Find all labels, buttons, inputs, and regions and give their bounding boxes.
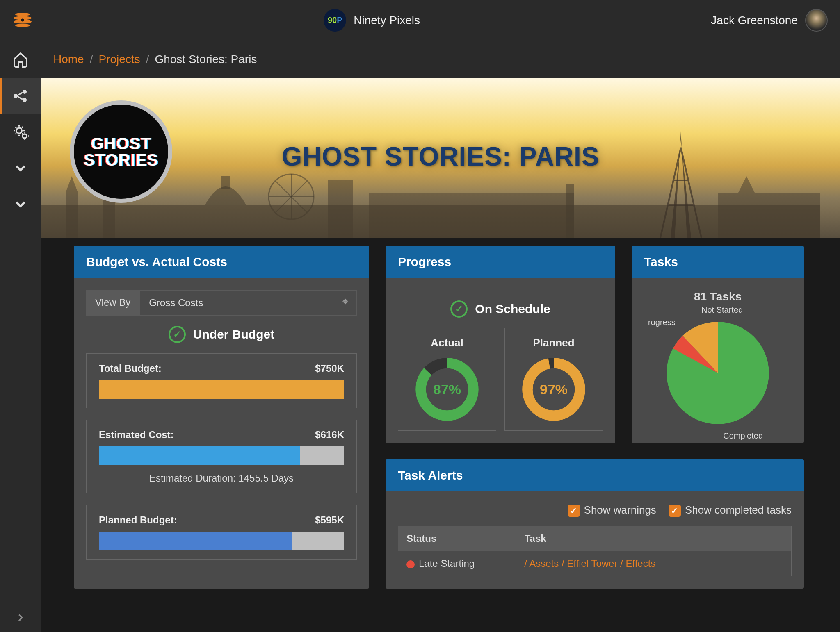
budget-panel: Budget vs. Actual Costs View By Gross Co…	[74, 246, 369, 589]
svg-line-8	[18, 93, 23, 95]
row-task[interactable]: / Assets / Effiel Tower / Effects	[516, 551, 791, 576]
progress-panel: Progress ✓ On Schedule Actual	[386, 246, 615, 443]
view-by-select[interactable]: Gross Costs	[139, 290, 357, 316]
estimated-duration: Estimated Duration: 1455.5 Days	[99, 473, 344, 484]
estimated-cost-value: $616K	[315, 429, 344, 441]
budget-status-text: Under Budget	[193, 327, 274, 341]
show-completed-toggle[interactable]: ✓Show completed tasks	[669, 504, 792, 517]
actual-donut: 87%	[414, 357, 480, 422]
svg-point-11	[23, 134, 27, 138]
svg-rect-25	[566, 184, 574, 238]
sidebar-toggle[interactable]	[0, 612, 41, 624]
svg-rect-23	[328, 180, 353, 238]
breadcrumb: Home / Projects / Ghost Stories: Paris	[41, 41, 840, 78]
avatar[interactable]	[805, 9, 828, 32]
header-right: Jack Greenstone	[711, 9, 828, 32]
row-status: Late Starting	[419, 558, 475, 569]
svg-point-0	[15, 13, 30, 16]
tasks-panel: Tasks 81 Tasks Not Started rog	[632, 246, 804, 443]
project-badge: GHOSTSTORIES	[70, 100, 172, 203]
svg-point-3	[15, 24, 30, 27]
view-by-control: View By Gross Costs	[86, 290, 357, 316]
task-alerts-panel: Task Alerts ✓Show warnings ✓Show complet…	[386, 459, 804, 589]
col-task[interactable]: Task	[516, 526, 791, 551]
dashboard-grid: Budget vs. Actual Costs View By Gross Co…	[41, 238, 840, 597]
planned-donut: 97%	[521, 357, 587, 422]
planned-budget-value: $595K	[315, 514, 344, 526]
status-dot-icon	[406, 560, 415, 568]
svg-rect-21	[103, 197, 115, 238]
planned-budget-bar	[99, 532, 344, 550]
svg-rect-19	[66, 193, 78, 238]
org-code-left: 90	[328, 16, 337, 25]
actual-progress-box: Actual 87%	[398, 328, 496, 431]
check-circle-icon: ✓	[450, 300, 468, 318]
total-budget-bar	[99, 380, 344, 399]
progress-status-text: On Schedule	[475, 302, 550, 316]
progress-status: ✓ On Schedule	[398, 300, 603, 318]
check-circle-icon: ✓	[169, 326, 186, 343]
breadcrumb-home[interactable]: Home	[53, 53, 84, 66]
header-center: 90P Ninety Pixels	[33, 9, 711, 32]
actual-label: Actual	[406, 336, 488, 349]
estimated-cost-box: Estimated Cost: $616K Estimated Duration…	[86, 420, 357, 493]
svg-point-7	[23, 98, 27, 102]
svg-marker-20	[66, 176, 78, 193]
sidebar-item-graph[interactable]	[0, 78, 41, 114]
org-name[interactable]: Ninety Pixels	[354, 14, 420, 27]
sidebar	[0, 41, 41, 632]
breadcrumb-projects[interactable]: Projects	[98, 53, 140, 66]
project-title: GHOST STORIES: PARIS	[281, 141, 599, 172]
app-logo[interactable]	[12, 10, 33, 31]
task-alerts-title: Task Alerts	[386, 459, 804, 491]
svg-rect-13	[221, 176, 230, 189]
estimated-cost-label: Estimated Cost:	[99, 429, 174, 441]
planned-budget-box: Planned Budget: $595K	[86, 505, 357, 560]
planned-budget-label: Planned Budget:	[99, 514, 177, 526]
pie-label-in-progress: rogress	[648, 318, 676, 327]
svg-line-9	[18, 97, 23, 100]
sidebar-item-settings[interactable]	[0, 114, 41, 150]
total-budget-value: $750K	[315, 363, 344, 374]
checkbox-icon: ✓	[669, 505, 681, 517]
alerts-controls: ✓Show warnings ✓Show completed tasks	[398, 504, 792, 526]
budget-panel-title: Budget vs. Actual Costs	[74, 246, 369, 278]
svg-point-6	[23, 90, 27, 94]
col-status[interactable]: Status	[398, 526, 516, 551]
planned-label: Planned	[513, 336, 594, 349]
estimated-cost-bar	[99, 446, 344, 465]
tasks-panel-title: Tasks	[632, 246, 804, 278]
actual-pct: 87%	[414, 357, 480, 422]
breadcrumb-sep: /	[146, 53, 149, 66]
progress-panel-title: Progress	[386, 246, 615, 278]
alerts-table: Status Task Late Starting / Assets / Eff…	[398, 526, 792, 576]
pie-label-completed: Completed	[723, 431, 763, 441]
top-header: 90P Ninety Pixels Jack Greenstone	[0, 0, 840, 41]
svg-marker-27	[738, 176, 755, 193]
svg-point-10	[16, 128, 22, 133]
table-row[interactable]: Late Starting / Assets / Effiel Tower / …	[398, 551, 792, 576]
sidebar-item-home[interactable]	[0, 41, 41, 78]
project-badge-text: GHOSTSTORIES	[84, 135, 158, 168]
pie-label-not-started: Not Started	[701, 305, 743, 315]
org-badge[interactable]: 90P	[324, 9, 346, 32]
sidebar-item-expand-2[interactable]	[0, 186, 41, 222]
svg-point-4	[21, 18, 24, 21]
show-warnings-toggle[interactable]: ✓Show warnings	[568, 504, 656, 517]
user-name[interactable]: Jack Greenstone	[711, 14, 798, 27]
checkbox-icon: ✓	[568, 505, 580, 517]
total-budget-label: Total Budget:	[99, 363, 162, 374]
total-budget-box: Total Budget: $750K	[86, 353, 357, 408]
main-content: Home / Projects / Ghost Stories: Paris	[41, 41, 840, 632]
breadcrumb-current: Ghost Stories: Paris	[155, 53, 257, 66]
planned-progress-box: Planned 97%	[504, 328, 603, 431]
budget-status: ✓ Under Budget	[86, 326, 357, 343]
view-by-label: View By	[86, 290, 139, 316]
tasks-pie: Not Started rogress Completed	[664, 320, 771, 426]
svg-point-5	[14, 94, 18, 98]
project-hero: GHOSTSTORIES GHOST STORIES: PARIS	[41, 78, 840, 238]
planned-pct: 97%	[521, 357, 587, 422]
svg-rect-24	[369, 193, 574, 238]
sidebar-item-expand-1[interactable]	[0, 150, 41, 186]
breadcrumb-sep: /	[90, 53, 93, 66]
